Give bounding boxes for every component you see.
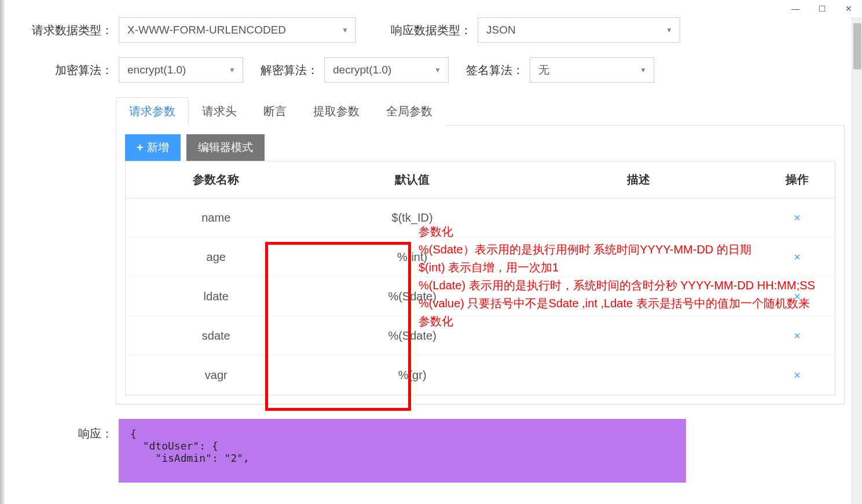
add-button[interactable]: + 新增 [125,134,181,161]
minimize-button[interactable]: — [782,0,809,17]
th-default-value: 默认值 [307,161,518,198]
chevron-down-icon: ▼ [434,66,441,74]
cell-default-value[interactable]: %(gr) [307,356,518,395]
add-button-label: 新增 [147,140,169,155]
form-row-algorithms: 加密算法： encrypt(1.0) ▼ 解密算法： decrypt(1.0) … [17,57,845,83]
encrypt-value: encrypt(1.0) [127,64,186,76]
response-type-select[interactable]: JSON ▼ [478,17,680,43]
response-section: 响应： { "dtoUser": { "isAdmin": "2", [17,419,845,483]
plus-icon: + [137,141,144,154]
maximize-button[interactable]: ☐ [809,0,835,17]
table-row: vagr%(gr)× [126,356,835,395]
tab-request-headers[interactable]: 请求头 [189,97,250,126]
cell-description[interactable] [518,356,760,395]
annotation-line: %(Ldate) 表示用的是执行时，系统时间的含时分秒 YYYY-MM-DD H… [419,277,818,295]
chevron-down-icon: ▼ [666,26,673,34]
annotation-line: %(Sdate）表示用的是执行用例时 系统时间YYYY-MM-DD 的日期 [419,241,818,259]
sign-select[interactable]: 无 ▼ [530,57,654,83]
annotation-line: $(int) 表示自增，用一次加1 [419,259,818,277]
cell-param-name[interactable]: sdate [126,317,307,356]
chevron-down-icon: ▼ [342,26,349,34]
form-row-data-types: 请求数据类型： X-WWW-FORM-URLENCODED ▼ 响应数据类型： … [17,17,845,43]
encrypt-label: 加密算法： [17,62,113,78]
tab-request-params[interactable]: 请求参数 [116,97,189,126]
delete-icon[interactable]: × [794,329,801,342]
response-label: 响应： [17,419,113,442]
cell-param-name[interactable]: vagr [126,356,307,395]
editor-mode-label: 编辑器模式 [198,140,253,155]
request-type-value: X-WWW-FORM-URLENCODED [127,24,286,36]
tab-global-params[interactable]: 全局参数 [373,97,446,126]
tabs-bar: 请求参数 请求头 断言 提取参数 全局参数 [116,97,845,126]
chevron-down-icon: ▼ [229,66,236,74]
tab-extract-params[interactable]: 提取参数 [300,97,373,126]
delete-icon[interactable]: × [794,211,801,224]
response-body[interactable]: { "dtoUser": { "isAdmin": "2", [119,419,686,483]
tab-assertions[interactable]: 断言 [250,97,300,126]
response-type-label: 响应数据类型： [391,23,472,38]
cell-param-name[interactable]: name [126,198,307,238]
decrypt-value: decrypt(1.0) [333,64,391,76]
cell-param-name[interactable]: ldate [126,277,307,317]
request-type-label: 请求数据类型： [17,23,113,38]
editor-mode-button[interactable]: 编辑器模式 [186,134,265,161]
th-param-name: 参数名称 [126,161,307,198]
response-type-value: JSON [486,24,516,36]
annotation-text: 参数化 %(Sdate）表示用的是执行用例时 系统时间YYYY-MM-DD 的日… [419,223,818,330]
cell-operation: × [760,356,835,395]
annotation-line: 参数化 [419,223,818,241]
request-type-select[interactable]: X-WWW-FORM-URLENCODED ▼ [119,17,356,43]
th-operation: 操作 [760,161,835,198]
window-controls: — ☐ ✕ [782,0,862,17]
decrypt-select[interactable]: decrypt(1.0) ▼ [324,57,449,83]
th-description: 描述 [518,161,760,198]
close-button[interactable]: ✕ [835,0,862,17]
delete-icon[interactable]: × [794,369,801,381]
annotation-line: %(value) 只要括号中不是Sdate ,int ,Ldate 表示是括号中… [419,295,818,330]
encrypt-select[interactable]: encrypt(1.0) ▼ [119,57,243,83]
chevron-down-icon: ▼ [640,66,647,74]
cell-param-name[interactable]: age [126,238,307,277]
decrypt-label: 解密算法： [261,62,318,78]
sign-value: 无 [538,62,549,78]
sign-label: 签名算法： [466,62,524,78]
